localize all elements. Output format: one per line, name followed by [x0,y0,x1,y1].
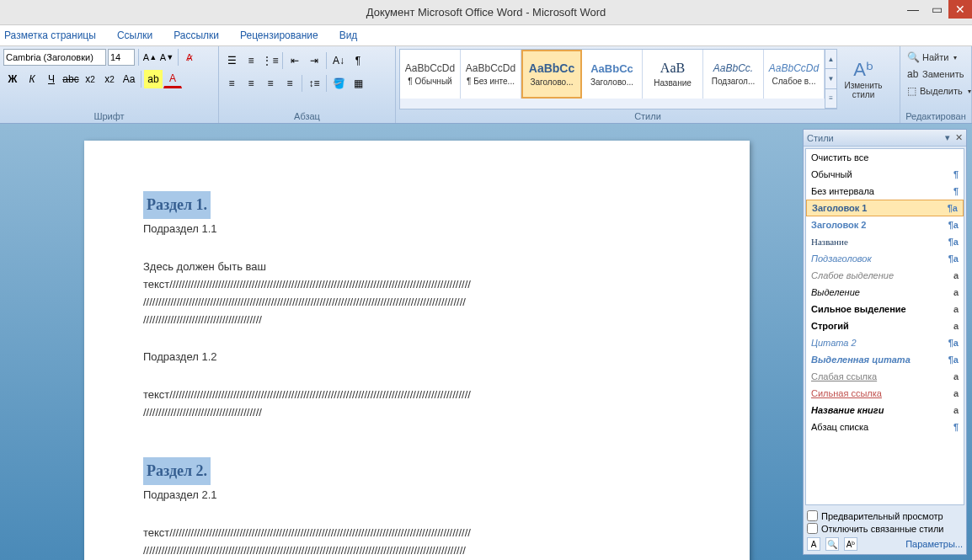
font-name-select[interactable] [3,49,106,66]
style-list-item[interactable]: Заголовок 2¶a [806,216,964,233]
manage-styles-button[interactable]: Aᵇ [844,537,857,551]
style-list-label: Выделенная цитата [811,355,911,365]
line-spacing-button[interactable]: ↕≡ [305,74,323,93]
heading-2: Раздел 2. [147,462,207,480]
style-sample: AaBbCcDd [405,62,455,74]
style-sample: AaBbCc [529,61,574,75]
preview-checkbox[interactable]: Предварительный просмотр [807,510,963,521]
pane-title: Стили [807,133,834,143]
shrink-font-button[interactable]: A▼ [159,49,174,66]
style-name-label: ¶ Без инте... [467,77,515,86]
style-list-item[interactable]: Обычный¶ [806,166,964,183]
style-sample: AaBbCcDd [769,62,819,74]
pane-footer: Предварительный просмотр Отключить связа… [804,507,966,554]
styles-group-label: Стили [399,109,896,123]
increase-indent-button[interactable]: ⇥ [305,51,323,70]
highlight-button[interactable]: ab [144,70,163,88]
style-list-item[interactable]: Заголовок 1¶a [806,200,964,216]
show-marks-button[interactable]: ¶ [349,51,367,70]
underline-button[interactable]: Ч [42,70,61,88]
style-name-label: Название [654,78,692,88]
paragraph-group: ☰ ≡ ⋮≡ ⇤ ⇥ A↓ ¶ ≡ ≡ ≡ ≡ ↕≡ 🪣 ▦ [219,46,396,123]
gallery-up-button[interactable]: ▲ [825,50,836,69]
body-text: текст///////////////////////////////////… [143,526,691,541]
params-link[interactable]: Параметры... [905,539,963,549]
maximize-button[interactable]: ▭ [925,0,948,19]
style-list-item[interactable]: Слабая ссылкаa [806,368,964,385]
font-size-select[interactable] [108,49,135,66]
document-area[interactable]: Раздел 1. Подраздел 1.1 Здесь должен быт… [0,124,801,560]
style-type-icon: a [953,371,959,381]
subsection-2-1: Подраздел 2.1 [143,488,691,503]
style-list-item[interactable]: Слабое выделениеa [806,267,964,284]
style-type-icon: ¶ [953,422,959,432]
style-list-item[interactable]: Название¶a [806,233,964,250]
style-list-item[interactable]: Сильное выделениеa [806,301,964,317]
sort-button[interactable]: A↓ [329,51,348,70]
align-left-button[interactable]: ≡ [222,74,241,93]
style-sample: AaBbCcDd [466,62,515,74]
clear-formatting-button[interactable]: A̷ [182,49,197,66]
window-title: Документ Microsoft Office Word - Microso… [366,6,606,19]
style-list-item[interactable]: Сильная ссылкаa [806,385,964,402]
grow-font-button[interactable]: A▲ [142,49,158,66]
style-inspector-button[interactable]: 🔍 [825,537,839,551]
style-list-label: Название [811,237,848,247]
shading-button[interactable]: 🪣 [329,74,348,93]
style-gallery-item[interactable]: AaBbCcDd¶ Обычный [400,50,461,99]
style-list-item[interactable]: Выделенная цитата¶a [806,351,964,368]
bullets-button[interactable]: ☰ [222,51,241,70]
gallery-more-button[interactable]: ≡ [825,89,836,109]
style-list-item[interactable]: Подзаголовок¶a [806,250,964,267]
tab-mailings[interactable]: Рассылки [174,29,219,41]
strikethrough-button[interactable]: abc [61,70,80,88]
linked-checkbox[interactable]: Отключить связанные стили [807,523,963,534]
font-color-button[interactable]: A [163,70,182,88]
style-list-item[interactable]: Очистить все [806,149,964,166]
gallery-down-button[interactable]: ▼ [825,69,836,88]
style-list-item[interactable]: Название книгиa [806,402,964,419]
pane-header[interactable]: Стили ▾ ✕ [804,130,966,147]
replace-button[interactable]: abЗаменить [904,66,968,83]
tab-review[interactable]: Рецензирование [240,29,318,41]
style-list-item[interactable]: Абзац списка¶ [806,419,964,435]
style-gallery-item[interactable]: AaBbCcЗаголово... [582,50,643,99]
minimize-button[interactable]: — [901,0,925,19]
style-type-icon: ¶a [948,237,959,247]
style-gallery-item[interactable]: AaBbCcЗаголово... [521,50,582,99]
justify-button[interactable]: ≡ [280,74,299,93]
style-type-icon: a [953,405,959,415]
align-center-button[interactable]: ≡ [242,74,260,93]
pane-dropdown-icon[interactable]: ▾ [945,132,950,143]
tab-page-layout[interactable]: Разметка страницы [4,29,96,41]
style-list-item[interactable]: Выделениеa [806,284,964,301]
align-right-button[interactable]: ≡ [261,74,280,93]
borders-button[interactable]: ▦ [349,74,367,93]
close-pane-button[interactable]: ✕ [955,132,963,143]
style-gallery-item[interactable]: AaBНазвание [643,50,703,99]
multilevel-button[interactable]: ⋮≡ [261,51,280,70]
subscript-button[interactable]: x2 [81,70,99,88]
style-list-item[interactable]: Строгийa [806,317,964,334]
italic-button[interactable]: К [23,70,41,88]
find-button[interactable]: 🔍Найти▾ [904,49,968,66]
select-button[interactable]: ⬚Выделить▾ [904,83,968,99]
close-button[interactable]: ✕ [948,0,972,19]
style-list-item[interactable]: Без интервала¶ [806,183,964,200]
decrease-indent-button[interactable]: ⇤ [286,51,304,70]
numbering-button[interactable]: ≡ [242,51,260,70]
tab-references[interactable]: Ссылки [117,29,152,41]
style-gallery-item[interactable]: AaBbCcDd¶ Без инте... [461,50,521,99]
style-list[interactable]: Очистить всеОбычный¶Без интервала¶Заголо… [805,148,964,505]
superscript-button[interactable]: x2 [100,70,119,88]
new-style-button[interactable]: A [807,537,820,551]
style-gallery-item[interactable]: AaBbCcDdСлабое в... [764,50,825,99]
change-case-button[interactable]: Aa [120,70,138,88]
bold-button[interactable]: Ж [3,70,22,88]
page[interactable]: Раздел 1. Подраздел 1.1 Здесь должен быт… [84,141,750,560]
ribbon: A▲ A▼ A̷ Ж К Ч abc x2 x2 Aa ab A Шрифт [0,46,972,124]
style-list-item[interactable]: Цитата 2¶a [806,334,964,351]
style-gallery-item[interactable]: AaBbCc.Подзагол... [703,50,764,99]
tab-view[interactable]: Вид [339,29,358,41]
change-styles-button[interactable]: Aᵇ Изменить стили [842,49,884,109]
